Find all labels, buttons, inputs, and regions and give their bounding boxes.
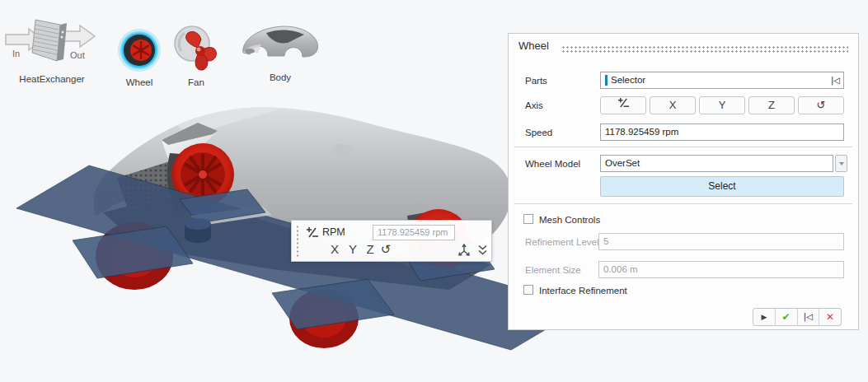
axis-rotate-button[interactable]: ↺ xyxy=(798,96,844,114)
in-label: In xyxy=(12,49,20,58)
plus-minus-icon xyxy=(617,97,630,109)
panel-drag-dots[interactable] xyxy=(561,45,848,53)
close-button[interactable]: ✕ xyxy=(819,309,841,325)
axis-x-button[interactable]: X xyxy=(326,241,343,258)
fan-icon xyxy=(173,25,219,72)
toolbar-item-fan[interactable]: Fan xyxy=(172,25,220,87)
wheel-icon xyxy=(117,28,162,72)
toolbar-item-heatexchanger[interactable]: In Out HeatExchanger xyxy=(3,10,101,84)
out-label: Out xyxy=(70,50,85,60)
panel-action-buttons: ▶ ✔ |◁ ✕ xyxy=(753,308,842,326)
axis-x-button[interactable]: X xyxy=(650,96,696,114)
axis-z-button[interactable]: Z xyxy=(362,241,378,258)
rpm-label: RPM xyxy=(322,226,345,238)
mesh-controls-label: Mesh Controls xyxy=(539,215,600,225)
wheel-panel: Wheel Parts Selector |◁ Axis X Y Z ↺ Spe… xyxy=(508,33,859,330)
axis-y-button[interactable]: Y xyxy=(699,96,745,114)
parts-selector-input[interactable]: Selector |◁ xyxy=(600,72,844,89)
element-size-input: 0.006 m xyxy=(598,261,844,278)
drag-grip[interactable] xyxy=(296,225,299,259)
chevron-double-down-icon[interactable] xyxy=(476,245,489,256)
parts-value: Selector xyxy=(611,72,645,88)
toolbar-item-body[interactable]: Body xyxy=(237,20,323,82)
rpm-floating-toolbar: RPM 1178.925459 rpm X Y Z ↺ xyxy=(291,220,492,262)
body-icon xyxy=(238,20,322,68)
toolbar-item-wheel[interactable]: Wheel xyxy=(116,28,162,87)
interface-refinement-checkbox[interactable] xyxy=(523,285,533,295)
heat-exchanger-icon: In Out xyxy=(4,10,100,69)
axis-label: Axis xyxy=(525,100,543,110)
wheel-model-dropdown-button[interactable] xyxy=(835,155,847,172)
pick-reset-icon[interactable]: |◁ xyxy=(831,72,840,88)
plus-minus-icon[interactable] xyxy=(306,226,319,239)
probe-cylinder xyxy=(185,218,211,243)
rpm-value-input[interactable]: 1178.925459 rpm xyxy=(373,225,455,240)
toolbar-item-label: HeatExchanger xyxy=(3,74,101,84)
wheel-model-combobox[interactable]: OverSet xyxy=(600,155,833,172)
select-button[interactable]: Select xyxy=(600,176,844,197)
parts-label: Parts xyxy=(525,76,547,86)
axis-y-button[interactable]: Y xyxy=(345,241,361,258)
toolbar-item-label: Wheel xyxy=(116,77,162,87)
rotate-axis-button[interactable]: ↺ xyxy=(378,241,394,258)
selection-caret xyxy=(605,75,608,86)
element-size-label: Element Size xyxy=(525,265,581,275)
speed-label: Speed xyxy=(525,128,552,137)
refinement-level-label: Refinement Level xyxy=(525,237,599,247)
chevron-down-icon xyxy=(839,162,844,165)
reset-button[interactable]: |◁ xyxy=(797,309,819,325)
apply-button[interactable]: ▶ xyxy=(753,309,775,325)
mesh-controls-checkbox[interactable] xyxy=(523,214,533,224)
axis-z-button[interactable]: Z xyxy=(748,96,795,114)
toolbar-item-label: Body xyxy=(237,72,323,82)
accept-button[interactable]: ✔ xyxy=(775,309,797,325)
wheel-model-label: Wheel Model xyxy=(525,159,580,169)
refinement-level-input: 5 xyxy=(598,233,844,250)
separator xyxy=(514,203,852,204)
interface-refinement-label: Interface Refinement xyxy=(539,286,627,296)
axis-triad-icon[interactable] xyxy=(457,244,471,256)
toolbar-item-label: Fan xyxy=(172,77,220,87)
axis-plus-minus-button[interactable] xyxy=(600,96,646,114)
speed-input[interactable]: 1178.925459 rpm xyxy=(600,123,844,141)
panel-title: Wheel xyxy=(518,40,549,52)
separator xyxy=(514,147,852,147)
